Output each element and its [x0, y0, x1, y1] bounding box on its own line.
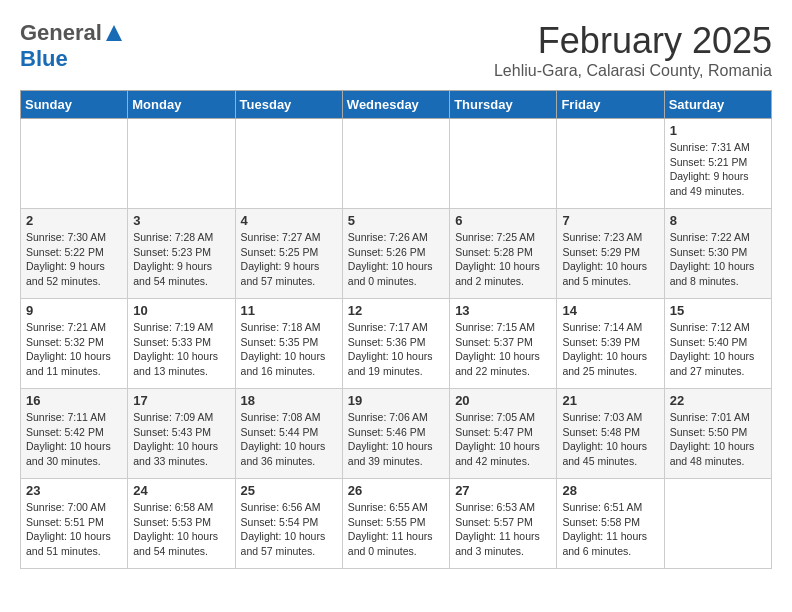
calendar-cell	[21, 119, 128, 209]
calendar-cell	[557, 119, 664, 209]
day-info: Sunrise: 7:23 AM Sunset: 5:29 PM Dayligh…	[562, 230, 658, 289]
day-info: Sunrise: 7:11 AM Sunset: 5:42 PM Dayligh…	[26, 410, 122, 469]
page-header: General Blue February 2025 Lehliu-Gara, …	[20, 20, 772, 80]
day-info: Sunrise: 7:30 AM Sunset: 5:22 PM Dayligh…	[26, 230, 122, 289]
day-number: 24	[133, 483, 229, 498]
day-info: Sunrise: 7:00 AM Sunset: 5:51 PM Dayligh…	[26, 500, 122, 559]
calendar-cell: 11Sunrise: 7:18 AM Sunset: 5:35 PM Dayli…	[235, 299, 342, 389]
day-number: 25	[241, 483, 337, 498]
header-day-thursday: Thursday	[450, 91, 557, 119]
svg-marker-0	[106, 25, 122, 41]
calendar-cell	[450, 119, 557, 209]
calendar-cell: 12Sunrise: 7:17 AM Sunset: 5:36 PM Dayli…	[342, 299, 449, 389]
day-info: Sunrise: 7:26 AM Sunset: 5:26 PM Dayligh…	[348, 230, 444, 289]
day-number: 16	[26, 393, 122, 408]
header-day-saturday: Saturday	[664, 91, 771, 119]
header-day-tuesday: Tuesday	[235, 91, 342, 119]
day-number: 6	[455, 213, 551, 228]
day-info: Sunrise: 7:21 AM Sunset: 5:32 PM Dayligh…	[26, 320, 122, 379]
day-number: 19	[348, 393, 444, 408]
day-info: Sunrise: 7:28 AM Sunset: 5:23 PM Dayligh…	[133, 230, 229, 289]
day-info: Sunrise: 6:55 AM Sunset: 5:55 PM Dayligh…	[348, 500, 444, 559]
day-info: Sunrise: 6:51 AM Sunset: 5:58 PM Dayligh…	[562, 500, 658, 559]
day-number: 18	[241, 393, 337, 408]
calendar-cell	[235, 119, 342, 209]
day-info: Sunrise: 7:25 AM Sunset: 5:28 PM Dayligh…	[455, 230, 551, 289]
day-number: 10	[133, 303, 229, 318]
week-row-0: 1Sunrise: 7:31 AM Sunset: 5:21 PM Daylig…	[21, 119, 772, 209]
calendar-cell: 6Sunrise: 7:25 AM Sunset: 5:28 PM Daylig…	[450, 209, 557, 299]
day-number: 5	[348, 213, 444, 228]
day-info: Sunrise: 7:15 AM Sunset: 5:37 PM Dayligh…	[455, 320, 551, 379]
day-number: 22	[670, 393, 766, 408]
day-number: 21	[562, 393, 658, 408]
header-day-monday: Monday	[128, 91, 235, 119]
calendar-cell: 2Sunrise: 7:30 AM Sunset: 5:22 PM Daylig…	[21, 209, 128, 299]
calendar-cell: 20Sunrise: 7:05 AM Sunset: 5:47 PM Dayli…	[450, 389, 557, 479]
day-number: 23	[26, 483, 122, 498]
day-info: Sunrise: 7:17 AM Sunset: 5:36 PM Dayligh…	[348, 320, 444, 379]
day-number: 2	[26, 213, 122, 228]
calendar-cell: 24Sunrise: 6:58 AM Sunset: 5:53 PM Dayli…	[128, 479, 235, 569]
day-number: 4	[241, 213, 337, 228]
calendar-cell: 27Sunrise: 6:53 AM Sunset: 5:57 PM Dayli…	[450, 479, 557, 569]
month-title: February 2025	[494, 20, 772, 62]
calendar-cell: 13Sunrise: 7:15 AM Sunset: 5:37 PM Dayli…	[450, 299, 557, 389]
day-info: Sunrise: 7:01 AM Sunset: 5:50 PM Dayligh…	[670, 410, 766, 469]
day-number: 27	[455, 483, 551, 498]
day-number: 28	[562, 483, 658, 498]
day-number: 26	[348, 483, 444, 498]
location-title: Lehliu-Gara, Calarasi County, Romania	[494, 62, 772, 80]
header-day-friday: Friday	[557, 91, 664, 119]
day-info: Sunrise: 6:58 AM Sunset: 5:53 PM Dayligh…	[133, 500, 229, 559]
day-number: 14	[562, 303, 658, 318]
day-info: Sunrise: 6:56 AM Sunset: 5:54 PM Dayligh…	[241, 500, 337, 559]
day-number: 1	[670, 123, 766, 138]
day-number: 15	[670, 303, 766, 318]
calendar-cell: 8Sunrise: 7:22 AM Sunset: 5:30 PM Daylig…	[664, 209, 771, 299]
calendar-cell: 17Sunrise: 7:09 AM Sunset: 5:43 PM Dayli…	[128, 389, 235, 479]
calendar-cell: 23Sunrise: 7:00 AM Sunset: 5:51 PM Dayli…	[21, 479, 128, 569]
calendar-cell: 28Sunrise: 6:51 AM Sunset: 5:58 PM Dayli…	[557, 479, 664, 569]
day-number: 11	[241, 303, 337, 318]
logo-icon	[104, 23, 124, 43]
day-info: Sunrise: 7:12 AM Sunset: 5:40 PM Dayligh…	[670, 320, 766, 379]
day-info: Sunrise: 7:09 AM Sunset: 5:43 PM Dayligh…	[133, 410, 229, 469]
day-number: 17	[133, 393, 229, 408]
calendar-cell: 9Sunrise: 7:21 AM Sunset: 5:32 PM Daylig…	[21, 299, 128, 389]
day-number: 7	[562, 213, 658, 228]
calendar-cell: 21Sunrise: 7:03 AM Sunset: 5:48 PM Dayli…	[557, 389, 664, 479]
day-number: 8	[670, 213, 766, 228]
calendar-table: SundayMondayTuesdayWednesdayThursdayFrid…	[20, 90, 772, 569]
day-info: Sunrise: 7:03 AM Sunset: 5:48 PM Dayligh…	[562, 410, 658, 469]
calendar-cell: 4Sunrise: 7:27 AM Sunset: 5:25 PM Daylig…	[235, 209, 342, 299]
calendar-cell	[664, 479, 771, 569]
day-info: Sunrise: 7:27 AM Sunset: 5:25 PM Dayligh…	[241, 230, 337, 289]
day-number: 3	[133, 213, 229, 228]
day-info: Sunrise: 6:53 AM Sunset: 5:57 PM Dayligh…	[455, 500, 551, 559]
calendar-cell: 16Sunrise: 7:11 AM Sunset: 5:42 PM Dayli…	[21, 389, 128, 479]
day-info: Sunrise: 7:05 AM Sunset: 5:47 PM Dayligh…	[455, 410, 551, 469]
header-day-sunday: Sunday	[21, 91, 128, 119]
week-row-2: 9Sunrise: 7:21 AM Sunset: 5:32 PM Daylig…	[21, 299, 772, 389]
calendar-cell: 14Sunrise: 7:14 AM Sunset: 5:39 PM Dayli…	[557, 299, 664, 389]
day-info: Sunrise: 7:31 AM Sunset: 5:21 PM Dayligh…	[670, 140, 766, 199]
calendar-cell: 19Sunrise: 7:06 AM Sunset: 5:46 PM Dayli…	[342, 389, 449, 479]
calendar-cell: 5Sunrise: 7:26 AM Sunset: 5:26 PM Daylig…	[342, 209, 449, 299]
header-day-wednesday: Wednesday	[342, 91, 449, 119]
day-number: 13	[455, 303, 551, 318]
day-number: 9	[26, 303, 122, 318]
calendar-cell: 18Sunrise: 7:08 AM Sunset: 5:44 PM Dayli…	[235, 389, 342, 479]
calendar-cell	[128, 119, 235, 209]
calendar-cell: 25Sunrise: 6:56 AM Sunset: 5:54 PM Dayli…	[235, 479, 342, 569]
calendar-cell: 1Sunrise: 7:31 AM Sunset: 5:21 PM Daylig…	[664, 119, 771, 209]
day-info: Sunrise: 7:06 AM Sunset: 5:46 PM Dayligh…	[348, 410, 444, 469]
logo-general-text: General	[20, 20, 102, 46]
week-row-1: 2Sunrise: 7:30 AM Sunset: 5:22 PM Daylig…	[21, 209, 772, 299]
title-block: February 2025 Lehliu-Gara, Calarasi Coun…	[494, 20, 772, 80]
day-info: Sunrise: 7:08 AM Sunset: 5:44 PM Dayligh…	[241, 410, 337, 469]
calendar-cell: 22Sunrise: 7:01 AM Sunset: 5:50 PM Dayli…	[664, 389, 771, 479]
calendar-cell: 3Sunrise: 7:28 AM Sunset: 5:23 PM Daylig…	[128, 209, 235, 299]
calendar-cell: 7Sunrise: 7:23 AM Sunset: 5:29 PM Daylig…	[557, 209, 664, 299]
calendar-cell: 10Sunrise: 7:19 AM Sunset: 5:33 PM Dayli…	[128, 299, 235, 389]
